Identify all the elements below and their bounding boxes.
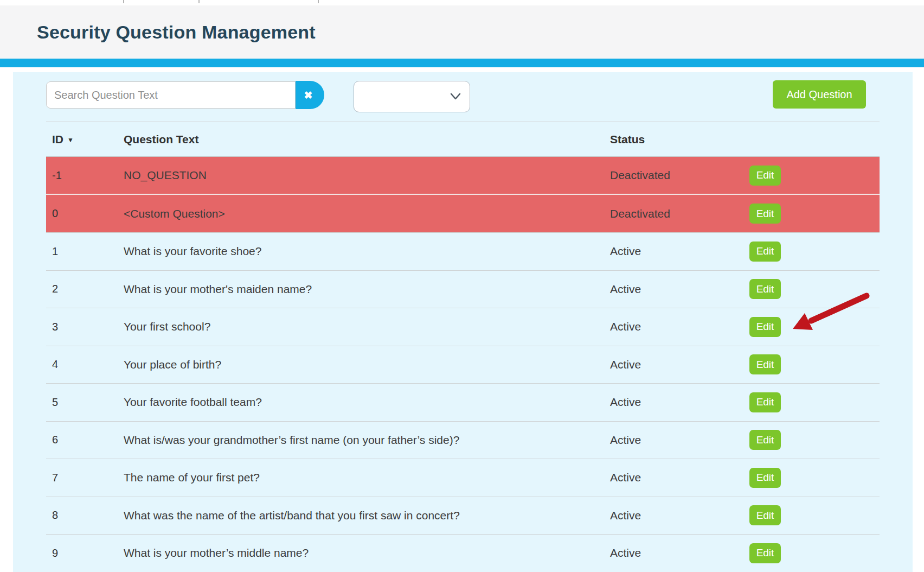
cell-question-id: 2 bbox=[52, 283, 124, 295]
cell-question-id: 8 bbox=[52, 509, 124, 522]
edit-button[interactable]: Edit bbox=[749, 468, 781, 488]
cell-question-text: <Custom Question> bbox=[124, 207, 610, 220]
cell-actions: Edit bbox=[749, 204, 880, 224]
browser-edge-strip bbox=[0, 0, 924, 5]
chevron-down-icon bbox=[450, 93, 461, 100]
edit-button[interactable]: Edit bbox=[749, 204, 781, 224]
security-question-management-page: Security Question Management ✖ Add Quest… bbox=[0, 0, 924, 572]
edit-button[interactable]: Edit bbox=[749, 241, 781, 262]
cell-actions: Edit bbox=[749, 317, 880, 337]
column-header-status: Status bbox=[610, 133, 749, 146]
cell-status: Active bbox=[610, 434, 749, 447]
add-question-button[interactable]: Add Question bbox=[773, 80, 866, 109]
cell-question-text: Your favorite football team? bbox=[124, 396, 610, 409]
table-header-row: ID▼ Question Text Status bbox=[46, 122, 880, 157]
clear-search-button[interactable]: ✖ bbox=[296, 81, 324, 109]
cell-status: Active bbox=[610, 546, 749, 560]
cell-question-id: 0 bbox=[52, 207, 124, 220]
cell-question-id: 9 bbox=[52, 547, 124, 560]
cell-question-id: 6 bbox=[52, 434, 124, 446]
cell-question-text: The name of your first pet? bbox=[124, 471, 610, 484]
cell-actions: Edit bbox=[749, 241, 880, 262]
cell-actions: Edit bbox=[749, 166, 880, 186]
table-row: 0 <Custom Question> Deactivated Edit bbox=[46, 195, 880, 233]
top-edge-tick bbox=[318, 0, 319, 3]
table-row: 1 What is your favorite shoe? Active Edi… bbox=[46, 233, 880, 271]
cell-question-text: Your place of birth? bbox=[124, 358, 610, 371]
cell-question-text: What was the name of the artist/band tha… bbox=[124, 509, 610, 522]
top-edge-tick bbox=[123, 0, 124, 3]
cell-actions: Edit bbox=[749, 354, 880, 374]
cell-question-text: Your first school? bbox=[124, 320, 610, 333]
cell-question-id: 4 bbox=[52, 358, 124, 371]
cell-question-id: 5 bbox=[52, 396, 124, 409]
page-title: Security Question Management bbox=[37, 22, 316, 43]
edit-button[interactable]: Edit bbox=[749, 543, 781, 563]
edit-button-row-3[interactable]: Edit bbox=[749, 317, 781, 337]
cell-status: Active bbox=[610, 358, 749, 371]
table-row: -1 NO_QUESTION Deactivated Edit bbox=[46, 157, 880, 195]
cell-question-id: 3 bbox=[52, 321, 124, 333]
column-header-question-text: Question Text bbox=[124, 133, 610, 146]
cell-status: Active bbox=[610, 283, 749, 296]
cell-actions: Edit bbox=[749, 543, 880, 563]
sort-desc-icon: ▼ bbox=[67, 136, 74, 144]
cell-question-text: What is your favorite shoe? bbox=[124, 245, 610, 258]
edit-button[interactable]: Edit bbox=[749, 166, 781, 186]
cell-question-text: What is/was your grandmother’s first nam… bbox=[124, 434, 610, 447]
cell-status: Deactivated bbox=[610, 169, 749, 182]
cell-status: Active bbox=[610, 509, 749, 522]
cell-actions: Edit bbox=[749, 468, 880, 488]
cell-question-text: What is your mother’s middle name? bbox=[124, 546, 610, 560]
cell-status: Deactivated bbox=[610, 207, 749, 220]
cell-question-id: 1 bbox=[52, 245, 124, 258]
table-row: 3 Your first school? Active Edit bbox=[46, 308, 880, 346]
table-row: 2 What is your mother's maiden name? Act… bbox=[46, 271, 880, 309]
page-header: Security Question Management bbox=[0, 5, 924, 59]
cell-status: Active bbox=[610, 396, 749, 409]
cell-status: Active bbox=[610, 320, 749, 333]
cell-actions: Edit bbox=[749, 279, 880, 299]
edit-button[interactable]: Edit bbox=[749, 279, 781, 299]
accent-divider-bar bbox=[0, 59, 924, 67]
table-row: 7 The name of your first pet? Active Edi… bbox=[46, 459, 880, 497]
edit-button[interactable]: Edit bbox=[749, 392, 781, 412]
table-row: 9 What is your mother’s middle name? Act… bbox=[46, 535, 880, 572]
cell-question-text: What is your mother's maiden name? bbox=[124, 283, 610, 296]
cell-actions: Edit bbox=[749, 392, 880, 412]
edit-button[interactable]: Edit bbox=[749, 505, 781, 525]
table-row: 8 What was the name of the artist/band t… bbox=[46, 497, 880, 535]
table-row: 5 Your favorite football team? Active Ed… bbox=[46, 384, 880, 422]
edit-button[interactable]: Edit bbox=[749, 430, 781, 450]
status-filter-select[interactable] bbox=[354, 81, 470, 112]
table-row: 4 Your place of birth? Active Edit bbox=[46, 346, 880, 384]
search-input[interactable] bbox=[46, 81, 296, 109]
cell-actions: Edit bbox=[749, 430, 880, 450]
cell-question-text: NO_QUESTION bbox=[124, 169, 610, 182]
cell-question-id: 7 bbox=[52, 472, 124, 484]
table-row: 6 What is/was your grandmother’s first n… bbox=[46, 422, 880, 460]
cell-actions: Edit bbox=[749, 505, 880, 525]
cell-question-id: -1 bbox=[52, 169, 124, 182]
cell-status: Active bbox=[610, 245, 749, 258]
questions-table: ID▼ Question Text Status -1 NO_QUESTION … bbox=[46, 122, 880, 572]
column-header-id[interactable]: ID▼ bbox=[52, 133, 124, 146]
edit-button[interactable]: Edit bbox=[749, 354, 781, 374]
table-body: -1 NO_QUESTION Deactivated Edit 0 <Custo… bbox=[46, 157, 880, 572]
cell-status: Active bbox=[610, 471, 749, 484]
clear-x-icon: ✖ bbox=[304, 89, 313, 101]
top-edge-tick bbox=[198, 0, 200, 3]
